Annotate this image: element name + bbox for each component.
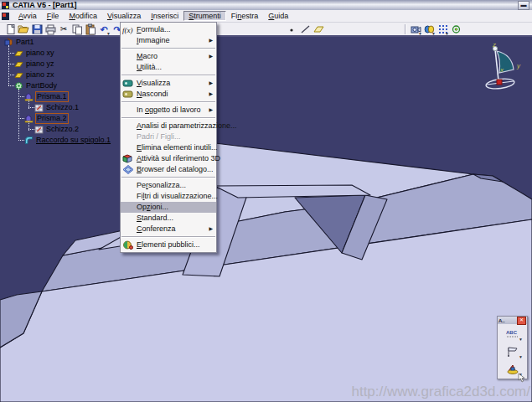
paste-icon[interactable] xyxy=(84,23,97,35)
tree-item-schizzo1[interactable]: Schizzo.1 xyxy=(3,102,137,113)
save-icon[interactable] xyxy=(30,23,44,35)
menu-item-opzioni[interactable]: Opzioni... xyxy=(121,202,216,213)
formula-icon: f(x) xyxy=(122,25,134,34)
toolbar: ✂↶▼↷▼ ▼▼▼ xyxy=(0,23,532,37)
plane-icon xyxy=(14,49,23,58)
catalog-icon xyxy=(122,165,134,174)
plane-icon[interactable] xyxy=(312,23,325,35)
menu-item-elimina-elementi-inutili[interactable]: Elimina elementi inutili... xyxy=(121,142,216,153)
tree-line xyxy=(28,100,29,109)
menu-item-macro[interactable]: Macro▶ xyxy=(121,51,216,62)
plane-icon xyxy=(14,70,23,80)
submenu-arrow-icon: ▶ xyxy=(209,89,213,100)
svg-text:ABC: ABC xyxy=(506,330,518,335)
menu-item-filtri-di-visualizzazione[interactable]: Filtri di visualizzazione... xyxy=(121,191,216,202)
menu-item-padri-figli[interactable]: Padri / Figli... xyxy=(121,131,216,142)
tree-item-piano-zx[interactable]: piano zx xyxy=(3,70,137,80)
menu-item-utilit[interactable]: Utilità... xyxy=(121,62,216,73)
menu-item-formula[interactable]: f(x)Formula... xyxy=(121,24,216,35)
sketch-icon xyxy=(34,103,44,112)
tree-line xyxy=(8,45,9,85)
menubar-item-finestra[interactable]: Finestra xyxy=(226,11,264,21)
menu-separator xyxy=(121,48,215,49)
catia-window: CATIA V5 - [Part1] ▬ AvviaFileModificaVi… xyxy=(0,0,532,402)
menu-item-conferenza[interactable]: Conferenza▶ xyxy=(121,224,216,234)
menu-item-personalizza[interactable]: Personalizza... xyxy=(121,180,216,191)
submenu-arrow-icon: ▶ xyxy=(209,35,213,46)
tree-item-schizzo2[interactable]: Schizzo.2 xyxy=(3,124,137,135)
tree-item-piano-xy[interactable]: piano xy xyxy=(3,48,137,59)
tree-line xyxy=(18,89,19,141)
render-camera-icon[interactable]: ▼ xyxy=(409,23,422,35)
axis-target-icon[interactable] xyxy=(449,23,462,35)
menu-separator xyxy=(121,177,215,178)
menu-item-attivit-sul-riferimento-3d[interactable]: Attività sul riferimento 3D xyxy=(121,153,216,164)
submenu-arrow-icon: ▶ xyxy=(209,105,213,116)
tree-item-prisma2[interactable]: Prisma.2 xyxy=(3,113,137,124)
point-icon[interactable] xyxy=(285,23,298,35)
undo-icon[interactable]: ↶▼ xyxy=(97,23,111,35)
line-icon[interactable] xyxy=(298,23,312,35)
3d-compass[interactable]: z y x xyxy=(474,40,526,94)
print-icon[interactable] xyxy=(44,23,57,35)
submenu-arrow-icon: ▶ xyxy=(209,51,213,62)
show-icon xyxy=(122,79,134,88)
tree-item-piano-yz[interactable]: piano yz xyxy=(3,59,137,70)
menu-item-browser-del-catalogo[interactable]: Browser del catalogo... xyxy=(121,164,216,175)
menu-bar: AvviaFileModificaVisualizzaInserisciStru… xyxy=(0,10,532,23)
menu-item-immagine[interactable]: Immagine▶ xyxy=(121,35,216,46)
render-material-icon[interactable]: ▼ xyxy=(422,23,436,35)
menu-item-nascondi[interactable]: Nascondi▶ xyxy=(121,89,216,100)
palette-title-bar[interactable]: A.. ✕ xyxy=(498,317,527,324)
fillet-icon xyxy=(24,136,34,145)
tree-line xyxy=(28,121,29,131)
window-title: CATIA V5 - [Part1] xyxy=(13,1,77,9)
menubar-item-inserisci[interactable]: Inserisci xyxy=(146,11,183,21)
menu-item-analisi-di-parametrizzazione[interactable]: Analisi di parametrizzazione... xyxy=(121,121,216,131)
menubar-item-modifica[interactable]: Modifica xyxy=(64,11,102,21)
menubar-item-avvia[interactable]: Avvia xyxy=(13,11,42,21)
menu-separator xyxy=(121,75,215,76)
tree-item-prisma1[interactable]: Prisma.1 xyxy=(3,91,137,102)
sketch-icon xyxy=(34,125,44,134)
public-icon xyxy=(122,240,134,250)
submenu-arrow-icon: ▶ xyxy=(209,224,213,234)
annotation-text-button[interactable]: ABC▼ xyxy=(501,326,524,342)
compass-y-label: y xyxy=(516,62,521,70)
3d-viewport[interactable]: Part1piano xypiano yzpiano zxPartBodyPri… xyxy=(0,37,532,402)
tree-item-raccordo-su-spigolo1[interactable]: Raccordo su spigolo.1 xyxy=(3,135,137,146)
specification-tree: Part1piano xypiano yzpiano zxPartBodyPri… xyxy=(3,37,137,146)
open-icon[interactable] xyxy=(17,23,30,35)
submenu-arrow-icon: ▶ xyxy=(209,78,213,89)
hide-icon xyxy=(122,90,134,99)
mouse-cursor-icon xyxy=(517,373,527,383)
compass-z-label: z xyxy=(492,41,496,49)
menu-item-visualizza[interactable]: Visualizza▶ xyxy=(121,78,216,89)
menubar-item-visualizza[interactable]: Visualizza xyxy=(102,11,146,21)
menu-item-elementi-pubblici[interactable]: Elementi pubblici... xyxy=(121,240,216,250)
menubar-item-guida[interactable]: Guida xyxy=(263,11,293,21)
grid-icon[interactable]: ▼ xyxy=(436,23,449,35)
annotation-flag-button[interactable]: ▼ xyxy=(501,343,524,359)
plane-icon xyxy=(14,59,23,69)
menu-item-standard[interactable]: Standard... xyxy=(121,213,216,224)
menu-separator xyxy=(121,101,215,103)
new-icon[interactable] xyxy=(3,23,17,35)
menubar-item-strumenti[interactable]: Strumenti xyxy=(183,11,226,21)
tree-item-partbody[interactable]: PartBody xyxy=(3,80,137,91)
app-icon xyxy=(2,2,9,9)
window-minimize-button[interactable]: ▬ xyxy=(518,1,529,10)
menu-item-in-oggetto-di-lavoro[interactable]: In oggetto di lavoro▶ xyxy=(121,105,216,116)
act3d-icon xyxy=(122,154,134,163)
copy-icon[interactable] xyxy=(70,23,84,35)
document-icon xyxy=(2,13,9,20)
palette-close-button[interactable]: ✕ xyxy=(517,317,526,325)
palette-title: A.. xyxy=(498,317,505,324)
menu-separator xyxy=(121,117,215,119)
title-bar: CATIA V5 - [Part1] ▬ xyxy=(0,0,532,10)
strumenti-dropdown-menu: f(x)Formula...Immagine▶Macro▶Utilità...V… xyxy=(120,22,217,253)
watermark-url: http://www.grafica2d3d.com/ xyxy=(351,384,530,400)
tree-item-part1[interactable]: Part1 xyxy=(3,37,137,48)
menubar-item-file[interactable]: File xyxy=(42,11,65,21)
cut-icon[interactable]: ✂ xyxy=(57,23,70,35)
